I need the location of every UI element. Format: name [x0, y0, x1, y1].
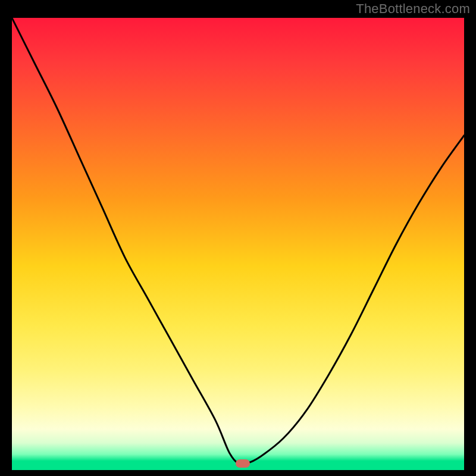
bottleneck-curve — [12, 18, 464, 465]
optimum-marker — [236, 459, 250, 468]
watermark-text: TheBottleneck.com — [356, 1, 470, 17]
plot-area — [12, 18, 464, 470]
chart-frame: TheBottleneck.com — [0, 0, 476, 476]
curve-svg — [12, 18, 464, 470]
